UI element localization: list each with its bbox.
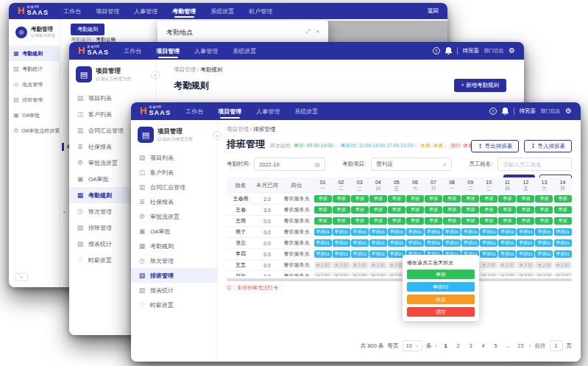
shift-badge[interactable]: 早班 xyxy=(351,217,369,225)
sidebar-item-3[interactable]: ◎地点管理 xyxy=(9,77,60,92)
shift-badge[interactable]: 早班 xyxy=(443,195,461,203)
shift-badge[interactable]: 早班01 xyxy=(480,239,497,247)
sidebar-item-7[interactable]: ▦考勤规则 xyxy=(131,239,217,253)
shift-badge[interactable]: 早班 xyxy=(535,195,553,203)
user-org[interactable]: 部门信息 xyxy=(541,108,560,115)
shift-badge[interactable]: 早班 xyxy=(535,206,553,214)
notification-bell-icon[interactable] xyxy=(502,108,509,115)
settings-gear-icon[interactable]: ⚙ xyxy=(509,47,515,54)
shift-badge[interactable]: 早班01 xyxy=(388,228,405,236)
sidebar-item-10[interactable]: ▨报表统计 xyxy=(131,283,217,298)
employee-name-input[interactable] xyxy=(503,161,567,168)
sidebar-item-8[interactable]: ◷班次管理 xyxy=(131,253,217,268)
user-org[interactable]: 部门信息 xyxy=(484,48,503,54)
sidebar-item-2[interactable]: ◫客户列表 xyxy=(131,165,217,180)
shift-badge[interactable]: 早班 xyxy=(406,217,424,225)
export-schedule-button[interactable]: ↥ 导出排班表 xyxy=(471,140,519,152)
shift-badge[interactable]: 早班 xyxy=(517,206,534,214)
shift-badge[interactable]: 未入职 xyxy=(554,261,572,269)
page-size-select[interactable]: 10 ∨ xyxy=(403,340,422,351)
notification-bell-icon[interactable] xyxy=(445,47,452,54)
sidebar-item-9[interactable]: ▧排班管理 xyxy=(131,268,217,283)
user-name[interactable]: 待完善 xyxy=(520,108,536,115)
nav-item-2[interactable]: 项目管理 xyxy=(156,42,180,60)
shift-badge[interactable]: 早班 xyxy=(480,217,497,225)
nav-item-4[interactable]: 系统设置 xyxy=(294,102,318,120)
pager-page[interactable]: 4 xyxy=(478,341,488,351)
shift-badge[interactable]: 早班 xyxy=(554,217,572,225)
shift-badge[interactable]: 早班 xyxy=(406,195,424,203)
sidebar-item-4[interactable]: ▧排班管理 xyxy=(9,92,60,108)
shift-badge[interactable]: 早班 xyxy=(333,206,350,214)
user-name[interactable]: 待完善 xyxy=(463,47,480,54)
shift-badge[interactable]: 早班 xyxy=(425,206,442,214)
shift-badge[interactable]: 未入职 xyxy=(351,272,369,276)
shift-badge[interactable]: 未入职 xyxy=(369,272,387,276)
shift-badge[interactable]: 未入职 xyxy=(498,261,516,269)
shift-badge[interactable]: 早班 xyxy=(498,195,516,203)
shift-badge[interactable]: 早班 xyxy=(425,195,442,203)
shift-badge[interactable]: 未入职 xyxy=(498,272,516,276)
shift-option[interactable]: 休息 xyxy=(407,295,475,304)
brand-logo[interactable]: H 欢雀HR SAAS xyxy=(140,106,171,117)
shift-badge[interactable]: 早班01 xyxy=(554,250,572,258)
shift-badge[interactable]: 早班01 xyxy=(554,239,572,247)
shift-badge[interactable]: 早班 xyxy=(498,206,516,214)
shift-option[interactable]: 早班01 xyxy=(407,282,475,292)
shift-badge[interactable]: 早班01 xyxy=(351,250,369,258)
attendance-month-picker[interactable]: 2022-10 ▦ xyxy=(254,158,325,171)
nav-item-4[interactable]: 考勤管理 xyxy=(172,3,196,19)
shift-badge[interactable]: 早班01 xyxy=(388,239,405,247)
shift-badge[interactable]: 早班01 xyxy=(517,239,534,247)
shift-badge[interactable]: 早班 xyxy=(498,217,516,225)
shift-badge[interactable]: 早班01 xyxy=(498,250,516,258)
settings-gear-icon[interactable]: ⚙ xyxy=(565,108,572,115)
shift-badge[interactable]: 早班 xyxy=(517,217,534,225)
nav-item-3[interactable]: 人事管理 xyxy=(194,42,218,60)
shift-badge[interactable]: 早班01 xyxy=(498,228,516,236)
sidebar-collapse-button[interactable]: ‹ xyxy=(213,131,222,140)
sidebar-item-4[interactable]: ≣社保报表 xyxy=(131,194,217,209)
sidebar-item-5[interactable]: ⚙审批流设置 xyxy=(131,209,217,224)
sidebar-item-6[interactable]: ▣OA审批 xyxy=(131,224,217,239)
shift-badge[interactable]: 早班 xyxy=(461,206,479,214)
shift-badge[interactable]: 早班01 xyxy=(517,228,534,236)
nav-item-1[interactable]: 工作台 xyxy=(185,102,203,120)
shift-badge[interactable]: 早班01 xyxy=(369,228,387,236)
nav-item-3[interactable]: 人事管理 xyxy=(256,102,280,120)
shift-badge[interactable]: 早班01 xyxy=(351,228,369,236)
shift-badge[interactable]: 早班01 xyxy=(535,250,553,258)
shift-badge[interactable]: 早班01 xyxy=(333,239,350,247)
shift-badge[interactable]: 早班01 xyxy=(333,250,350,258)
nav-item-3[interactable]: 人事管理 xyxy=(134,3,157,19)
fullscreen-icon[interactable]: ⤢ xyxy=(305,28,310,35)
shift-badge[interactable]: 早班 xyxy=(535,217,553,225)
shift-badge[interactable]: 早班01 xyxy=(480,228,497,236)
shift-badge[interactable]: 早班01 xyxy=(406,239,424,247)
add-attendance-rule-button[interactable]: + 新增考勤规则 xyxy=(454,79,506,92)
pager-page[interactable]: 3 xyxy=(466,341,475,351)
shift-badge[interactable]: 早班 xyxy=(333,217,350,225)
shift-badge[interactable]: 未入职 xyxy=(517,261,534,269)
shift-badge[interactable]: 早班01 xyxy=(554,228,572,236)
shift-badge[interactable]: 早班01 xyxy=(369,250,387,258)
shift-badge[interactable]: 早班01 xyxy=(314,250,332,258)
project-select[interactable]: 便利店 ∨ xyxy=(371,158,452,171)
next-page-button[interactable]: › xyxy=(529,342,531,349)
shift-badge[interactable]: 未入职 xyxy=(517,272,534,276)
shift-badge[interactable]: 早班 xyxy=(351,206,369,214)
shift-badge[interactable]: 早班01 xyxy=(369,239,387,247)
pager-page[interactable]: 1 xyxy=(441,341,450,351)
sidebar-collapse-button[interactable]: ‹ xyxy=(151,71,160,80)
shift-badge[interactable]: 早班 xyxy=(554,206,572,214)
shift-badge[interactable]: 早班 xyxy=(517,195,534,203)
pager-page[interactable]: 23 xyxy=(516,341,525,351)
shift-badge[interactable]: 早班 xyxy=(554,195,572,203)
shift-badge[interactable]: 早班01 xyxy=(314,228,332,236)
sidebar-item-2[interactable]: ▨考勤统计 xyxy=(9,61,60,77)
shift-badge[interactable]: 早班01 xyxy=(480,250,497,258)
shift-badge[interactable]: 未入职 xyxy=(314,261,332,269)
nav-item-1[interactable]: 工作台 xyxy=(124,42,141,60)
nav-item-1[interactable]: 工作台 xyxy=(63,3,81,19)
sidebar-item-11[interactable]: ♡时薪设置 xyxy=(131,298,217,312)
